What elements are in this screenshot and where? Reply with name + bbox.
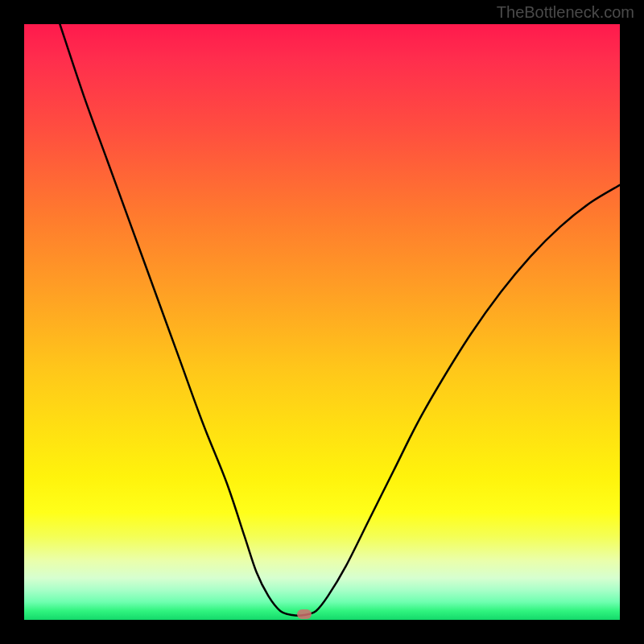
watermark-text: TheBottleneck.com: [497, 3, 634, 22]
chart-plot-area: [24, 24, 620, 620]
chart-curve: [24, 24, 620, 620]
optimal-point-marker: [297, 609, 312, 619]
